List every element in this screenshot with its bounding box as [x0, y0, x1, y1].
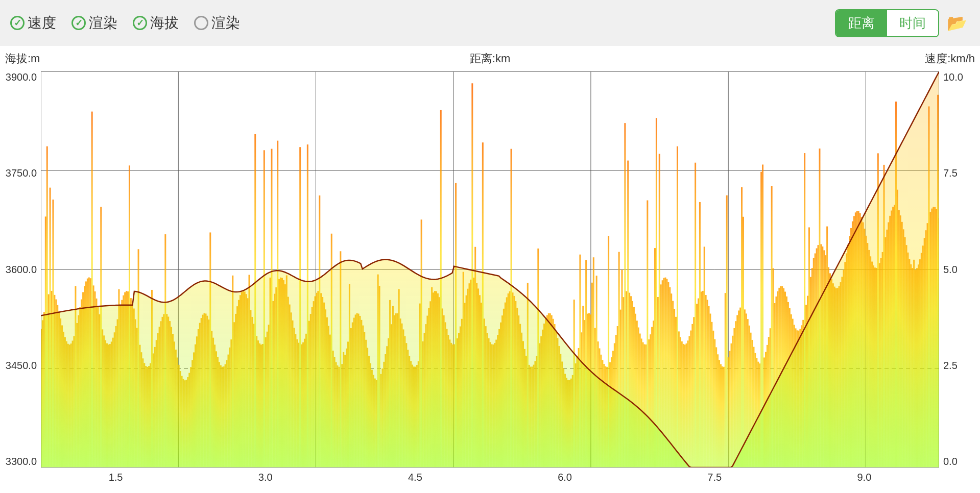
y-left-tick-4: 3300.0: [6, 456, 37, 467]
top-bar: 速度 渲染 海拔 渲染 距离 时间 📂: [0, 0, 980, 46]
legend-altitude[interactable]: 海拔: [133, 13, 179, 33]
x-axis: 1.5 3.0 4.5 6.0 7.5 9.0: [41, 467, 939, 493]
y-left-tick-1: 3750.0: [6, 167, 37, 179]
legend-render1[interactable]: 渲染: [71, 13, 117, 33]
x-tick-5: 9.0: [857, 472, 871, 483]
legend-render2[interactable]: 渲染: [194, 13, 240, 33]
x-tick-1: 3.0: [258, 472, 273, 483]
view-toggle[interactable]: 距离 时间: [835, 9, 939, 37]
speed-label: 速度: [28, 13, 56, 33]
x-tick-4: 7.5: [707, 472, 722, 483]
altitude-checkbox[interactable]: [133, 16, 147, 30]
distance-button[interactable]: 距离: [836, 10, 887, 36]
x-tick-0: 1.5: [109, 472, 123, 483]
y-axis-left: 3900.0 3750.0 3600.0 3450.0 3300.0: [0, 71, 41, 467]
y-right-label: 速度:km/h: [925, 51, 975, 66]
altitude-label: 海拔: [150, 13, 179, 33]
render1-checkbox[interactable]: [71, 16, 86, 30]
time-button[interactable]: 时间: [887, 10, 938, 36]
y-right-tick-0: 10.0: [943, 71, 963, 83]
x-tick-2: 4.5: [408, 472, 422, 483]
x-tick-3: 6.0: [558, 472, 572, 483]
y-right-tick-4: 0.0: [943, 456, 958, 467]
y-right-tick-2: 5.0: [943, 264, 958, 276]
render2-label: 渲染: [211, 13, 240, 33]
chart-canvas: [41, 71, 939, 467]
chart-area: 海拔:m 距离:km 速度:km/h 3900.0 3750.0 3600.0 …: [0, 46, 980, 493]
y-right-tick-1: 7.5: [943, 167, 958, 179]
render2-checkbox[interactable]: [194, 16, 208, 30]
top-right: 距离 时间 📂: [835, 9, 970, 37]
y-axis-right: 10.0 7.5 5.0 2.5 0.0: [939, 71, 980, 467]
y-right-tick-3: 2.5: [943, 360, 958, 372]
y-left-tick-3: 3450.0: [6, 360, 37, 372]
render1-label: 渲染: [89, 13, 117, 33]
legend: 速度 渲染 海拔 渲染: [10, 13, 240, 33]
y-left-tick-0: 3900.0: [6, 71, 37, 83]
folder-icon[interactable]: 📂: [944, 10, 970, 36]
legend-speed[interactable]: 速度: [10, 13, 56, 33]
speed-checkbox[interactable]: [10, 16, 25, 30]
x-axis-label: 距离:km: [470, 51, 510, 66]
y-left-tick-2: 3600.0: [6, 264, 37, 276]
y-left-label: 海拔:m: [5, 51, 40, 66]
